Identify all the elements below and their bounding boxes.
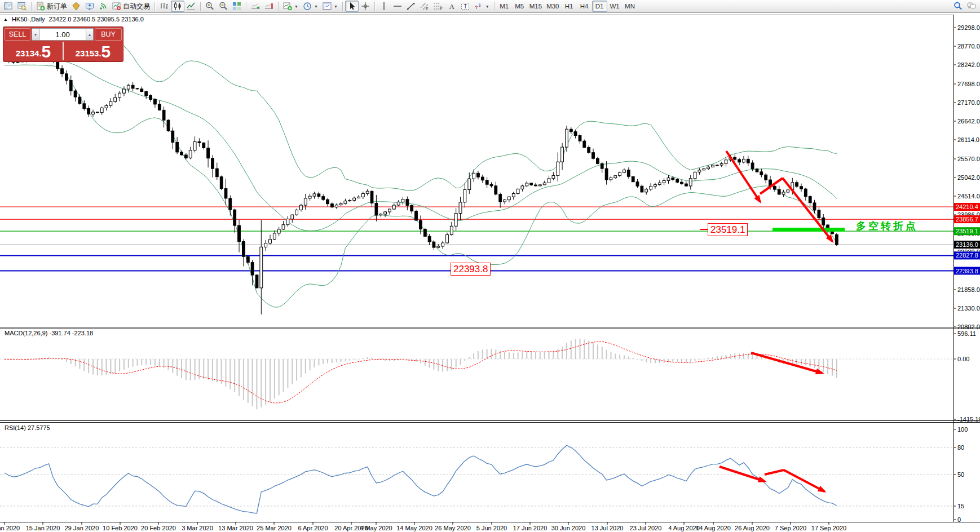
timeframe-m30[interactable]: M30 xyxy=(544,1,561,12)
virtual-hosting-icon[interactable] xyxy=(83,1,96,12)
trendline-icon[interactable] xyxy=(404,1,418,12)
fibonacci-icon[interactable]: F xyxy=(431,1,445,12)
timeframe-m5[interactable]: M5 xyxy=(512,1,527,12)
volume-input[interactable] xyxy=(39,28,86,41)
zoom-in-icon[interactable] xyxy=(203,1,217,12)
signals-icon[interactable] xyxy=(96,1,110,12)
svg-text:T: T xyxy=(463,3,467,10)
toggle-market-watch-icon[interactable] xyxy=(2,1,15,12)
timeframe-w1[interactable]: W1 xyxy=(607,1,623,12)
text-icon[interactable]: A xyxy=(445,1,458,12)
timeframe-m15[interactable]: M15 xyxy=(527,1,544,12)
price-annotation-22393[interactable]: 22393.8 xyxy=(451,263,491,276)
crosshair-icon[interactable] xyxy=(359,1,372,12)
sell-price-small: 23134. xyxy=(16,47,42,60)
buy-price-big: 5 xyxy=(101,44,111,60)
timeframe-m1[interactable]: M1 xyxy=(497,1,512,12)
volume-decrease-button[interactable]: ▼ xyxy=(32,28,39,41)
svg-text:A: A xyxy=(449,2,454,11)
auto-scroll-icon[interactable] xyxy=(249,1,262,12)
chart-ohlc-values: 23422.0 23460.5 23095.5 23136.0 xyxy=(49,16,144,23)
vertical-line-icon[interactable] xyxy=(377,1,391,12)
sell-price-big: 5 xyxy=(42,44,51,60)
time-axis[interactable] xyxy=(0,522,953,532)
price-axis[interactable] xyxy=(953,15,980,522)
autotrading-icon[interactable]: 自动交易 xyxy=(110,1,152,12)
sell-price[interactable]: 23134.5 xyxy=(5,42,62,60)
timeframe-d1[interactable]: D1 xyxy=(592,1,607,12)
macd-label: MACD(12,26,9) -391.74 -223.18 xyxy=(5,330,93,336)
buy-button[interactable]: BUY xyxy=(95,28,122,41)
toolbar-separator xyxy=(374,2,375,11)
data-window-icon[interactable] xyxy=(15,1,29,12)
chart-title-bar: ▲ HK50-,Daily 23422.0 23460.5 23095.5 23… xyxy=(3,16,144,23)
toolbar-separator xyxy=(200,2,201,11)
mql5-community-icon[interactable] xyxy=(69,1,83,12)
equidistant-channel-icon[interactable]: E xyxy=(418,1,431,12)
bar-chart-icon[interactable] xyxy=(157,1,171,12)
rsi-label: RSI(14) 27.5775 xyxy=(5,424,50,431)
price-annotation-23519[interactable]: 23519.1 xyxy=(708,223,748,236)
toolbar-separator xyxy=(494,2,495,11)
indicators-icon[interactable]: ▼ xyxy=(281,1,301,12)
toolbar-separator xyxy=(31,2,32,11)
arrows-icon[interactable]: ▼ xyxy=(472,1,492,12)
zoom-out-icon[interactable] xyxy=(217,1,230,12)
one-click-trading-panel: SELL ▼ ▲ BUY 23134.5 23153.5 xyxy=(3,26,123,62)
toolbar-separator xyxy=(278,2,279,11)
text-label-icon[interactable]: T xyxy=(458,1,472,12)
line-chart-icon[interactable] xyxy=(184,1,198,12)
candlestick-chart-icon[interactable] xyxy=(171,1,184,12)
horizontal-line-icon[interactable] xyxy=(391,1,404,12)
svg-text:F: F xyxy=(440,7,442,11)
volume-stepper: ▼ ▲ xyxy=(32,28,94,41)
chart-symbol-period: HK50-,Daily xyxy=(12,16,45,23)
buy-price[interactable]: 23153.5 xyxy=(64,42,122,60)
toolbar-right-group xyxy=(951,1,978,12)
price-divider xyxy=(63,42,64,60)
timeframe-h4[interactable]: H4 xyxy=(577,1,592,12)
svg-text:E: E xyxy=(426,7,429,11)
sell-button[interactable]: SELL xyxy=(5,28,30,41)
mt4-app: 29298.028770.028242.027698.027170.026642… xyxy=(0,0,980,532)
collapse-triangle-icon[interactable]: ▲ xyxy=(3,17,8,22)
turning-point-text[interactable]: 多空转折点 xyxy=(856,219,918,233)
cursor-icon[interactable] xyxy=(345,1,359,12)
chart-shift-icon[interactable] xyxy=(262,1,276,12)
search-icon[interactable] xyxy=(951,1,965,12)
chat-icon[interactable] xyxy=(965,1,978,12)
tile-windows-icon[interactable] xyxy=(230,1,244,12)
toolbar-separator xyxy=(154,2,155,11)
toolbar-separator xyxy=(342,2,343,11)
buy-price-small: 23153. xyxy=(76,47,101,60)
timeframe-mn[interactable]: MN xyxy=(623,1,638,12)
periods-icon[interactable]: ▼ xyxy=(301,1,320,12)
toolbar-separator xyxy=(246,2,246,11)
volume-increase-button[interactable]: ▲ xyxy=(86,28,94,41)
timeframe-h1[interactable]: H1 xyxy=(562,1,577,12)
new-order-icon[interactable]: 新订单 xyxy=(34,1,69,12)
toolbar: 新订单自动交易▼▼▼EFAT▼M1M5M15M30H1H4D1W1MN xyxy=(0,0,980,13)
templates-icon[interactable]: ▼ xyxy=(320,1,340,12)
